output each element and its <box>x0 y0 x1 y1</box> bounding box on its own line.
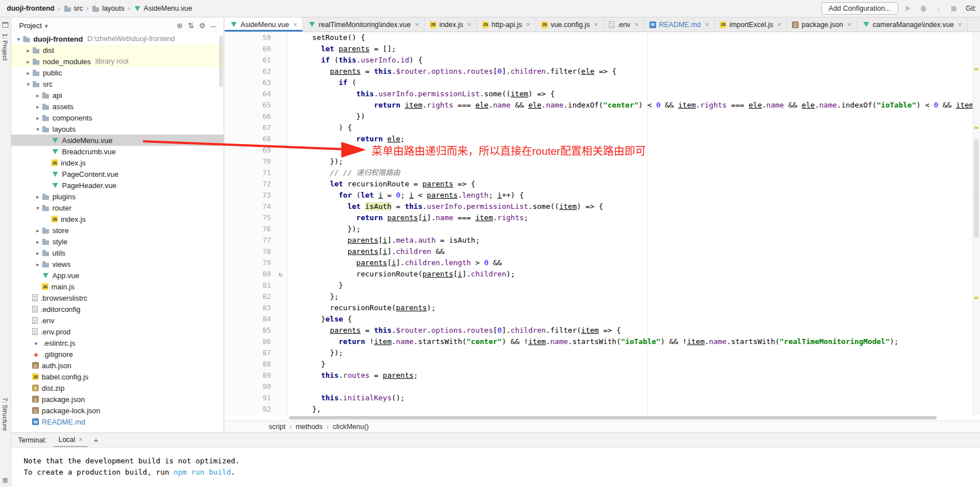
run-icon[interactable] <box>903 3 914 14</box>
breadcrumb-item[interactable]: script <box>269 423 286 431</box>
breadcrumb-item[interactable]: src <box>64 5 83 12</box>
tree-item[interactable]: ▸store <box>11 225 224 236</box>
editor-tab[interactable]: .env× <box>604 17 644 32</box>
tree-arrow-icon[interactable]: ▸ <box>24 47 32 53</box>
tree-item[interactable]: ▾src <box>11 78 224 90</box>
hscroll-thumb[interactable] <box>289 416 937 419</box>
tree-arrow-icon[interactable]: ▾ <box>34 126 42 132</box>
tree-arrow-icon[interactable]: ▸ <box>34 261 42 267</box>
tree-item[interactable]: ▸views <box>11 258 224 270</box>
code-line[interactable]: 61 if (this.userInfo.id) { <box>225 55 980 66</box>
code-line[interactable]: 88 } <box>225 359 980 370</box>
code-line[interactable]: 68 return ele; <box>225 133 980 145</box>
tree-item[interactable]: ▸style <box>11 236 224 247</box>
tree-item[interactable]: App.vue <box>11 270 224 281</box>
tree-item[interactable]: {}package.json <box>11 394 224 405</box>
code-line[interactable]: 63 if ( <box>225 77 980 88</box>
tree-arrow-icon[interactable]: ▸ <box>34 250 42 256</box>
debug-icon[interactable] <box>919 3 929 14</box>
terminal-output[interactable]: Note that the development build is not o… <box>11 448 980 487</box>
close-icon[interactable]: × <box>79 436 83 444</box>
tree-item[interactable]: ▸dist <box>11 44 224 56</box>
tree-arrow-icon[interactable]: ▸ <box>34 227 42 234</box>
tree-arrow-icon[interactable]: ▸ <box>34 104 42 110</box>
tree-item[interactable]: ▸api <box>11 90 224 101</box>
tree-arrow-icon[interactable]: ▸ <box>24 59 32 65</box>
tree-item[interactable]: AsideMenu.vue <box>11 135 224 146</box>
tree-item[interactable]: ▾duoji-frontendD:\zheheWeb\duoji-fronten… <box>11 33 224 44</box>
code-line[interactable]: 59 setRoute() { <box>225 32 980 43</box>
tree-item[interactable]: PageContent.vue <box>11 168 224 180</box>
project-tool-button[interactable]: 1: Project <box>2 33 8 61</box>
code-line[interactable]: 70 }); <box>225 156 980 167</box>
line-number[interactable]: 76 <box>225 224 273 235</box>
tree-arrow-icon[interactable]: ▾ <box>34 205 42 211</box>
line-number[interactable]: 69 <box>225 145 273 156</box>
code-line[interactable]: 92 }, <box>225 404 980 415</box>
line-number[interactable]: 86 <box>225 336 273 347</box>
code-line[interactable]: 83 recursionRoute(parents); <box>225 302 980 314</box>
breadcrumb-item[interactable]: clickMenu() <box>333 423 369 431</box>
tree-item[interactable]: .editorconfig <box>11 303 224 315</box>
add-configuration-button[interactable]: Add Configuration... <box>821 2 898 15</box>
line-number[interactable]: 71 <box>225 167 273 178</box>
code-line[interactable]: 87 }); <box>225 347 980 359</box>
new-terminal-button[interactable]: + <box>93 435 99 445</box>
line-number[interactable]: 70 <box>225 156 273 167</box>
code-line[interactable]: 85 parents = this.$router.options.routes… <box>225 325 980 336</box>
editor-tab[interactable]: JSimportExcel.js× <box>715 17 787 32</box>
tree-item[interactable]: ▸plugins <box>11 191 224 202</box>
tree-arrow-icon[interactable]: ▾ <box>15 36 23 42</box>
git-label[interactable]: Git: <box>966 5 977 12</box>
tree-item[interactable]: Breadcrumb.vue <box>11 146 224 157</box>
tab-close-icon[interactable]: × <box>467 20 471 29</box>
line-number[interactable]: 82 <box>225 291 273 302</box>
code-line[interactable]: 86 return !item.name.startsWith("center"… <box>225 336 980 347</box>
tab-close-icon[interactable]: × <box>777 20 782 29</box>
code-line[interactable]: 78 parents[i].children && <box>225 246 980 257</box>
editor-tab[interactable]: JShttp-api.js× <box>477 17 536 32</box>
tree-item[interactable]: ▸assets <box>11 101 224 112</box>
line-number[interactable]: 72 <box>225 178 273 190</box>
tree-item[interactable]: PageHeader.vue <box>11 180 224 191</box>
breadcrumb-item[interactable]: duoji-frontend <box>7 5 55 12</box>
code-line[interactable]: 60 let parents = []; <box>225 43 980 55</box>
line-number[interactable]: 68 <box>225 133 273 145</box>
tree-arrow-icon[interactable]: ▸ <box>34 92 42 99</box>
tab-close-icon[interactable]: × <box>526 20 531 29</box>
tree-arrow-icon[interactable]: ▸ <box>34 115 42 121</box>
code-line[interactable]: 79 parents[i].children.length > 0 && <box>225 257 980 269</box>
line-number[interactable]: 74 <box>225 201 273 212</box>
code-line[interactable]: 75 return parents[i].name === item.right… <box>225 212 980 224</box>
chevron-down-icon[interactable] <box>42 21 48 30</box>
warning-mark[interactable] <box>974 127 978 129</box>
line-number[interactable]: 75 <box>225 212 273 224</box>
tree-item[interactable]: JSindex.js <box>11 157 224 168</box>
tree-item[interactable]: JSmain.js <box>11 281 224 292</box>
code-line[interactable]: 77 parents[i].meta.auth = isAuth; <box>225 235 980 246</box>
tree-item[interactable]: ▾layouts <box>11 123 224 135</box>
breadcrumb-item[interactable]: AsideMenu.vue <box>133 5 192 12</box>
tree-item[interactable]: ▸node_moduleslibrary root <box>11 56 224 67</box>
line-number[interactable]: 66 <box>225 111 273 122</box>
line-number[interactable]: 90 <box>225 381 273 392</box>
code-line[interactable]: 80 recursionRoute(parents[i].children); <box>225 269 980 280</box>
line-number[interactable]: 61 <box>225 55 273 66</box>
line-number[interactable]: 62 <box>225 66 273 77</box>
tab-close-icon[interactable]: × <box>415 20 419 29</box>
line-number[interactable]: 63 <box>225 77 273 88</box>
tree-item[interactable]: ▾router <box>11 202 224 213</box>
line-number[interactable]: 87 <box>225 347 273 359</box>
terminal-tab-local[interactable]: Local × <box>54 433 88 447</box>
tool-windows-toggle-icon[interactable]: ▦ <box>2 476 8 484</box>
tree-arrow-icon[interactable]: ▸ <box>34 239 42 245</box>
collapse-all-icon[interactable] <box>185 21 197 30</box>
tree-item[interactable]: .env <box>11 315 224 326</box>
line-number[interactable]: 79 <box>225 257 273 269</box>
tree-item[interactable]: Zdist.zip <box>11 382 224 394</box>
line-number[interactable]: 78 <box>225 246 273 257</box>
code-line[interactable]: 89 this.routes = parents; <box>225 370 980 381</box>
tab-close-icon[interactable]: × <box>847 20 852 29</box>
line-number[interactable]: 64 <box>225 88 273 100</box>
code-line[interactable]: 65 return item.rights === ele.name && el… <box>225 100 980 111</box>
